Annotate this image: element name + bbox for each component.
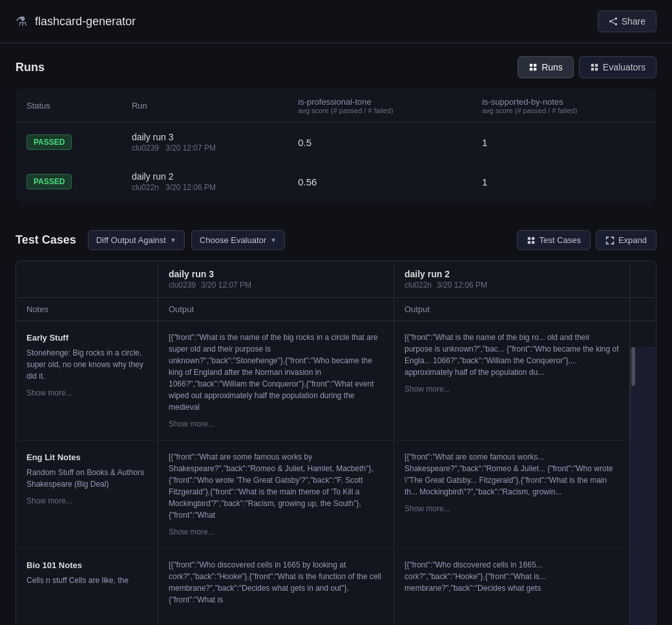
evaluators-tab-icon xyxy=(590,63,599,72)
output1-cell-1: [{"front":"What are some famous works by… xyxy=(158,441,394,548)
expand-icon xyxy=(605,236,614,245)
share-icon xyxy=(609,17,618,26)
col-headers-row: Notes Output Output xyxy=(16,298,656,321)
testcases-grid: daily run 3 clu0239 3/20 12:07 PM daily … xyxy=(16,260,656,625)
svg-rect-6 xyxy=(534,64,536,67)
run-cell: daily run 3 clu0239 3/20 12:07 PM xyxy=(121,123,288,162)
empty-header-cell xyxy=(16,261,158,297)
run-cell: daily run 2 clu022n 3/20 12:06 PM xyxy=(121,162,288,202)
show-more-notes-0[interactable]: Show more... xyxy=(26,387,147,399)
show-more-output1-0[interactable]: Show more... xyxy=(169,418,383,430)
share-button[interactable]: Share xyxy=(598,10,656,32)
col-run: Run xyxy=(121,89,288,123)
col-supported-by-notes: is-supported-by-notes avg score (# passe… xyxy=(472,89,656,123)
output1-cell-0: [{"front":"What is the name of the big r… xyxy=(158,321,394,440)
notes-cell-0: Early Stuff Stonehenge: Big rocks in a c… xyxy=(16,321,158,440)
scrollbar-cell-0 xyxy=(630,321,656,440)
app-header: ⚗ flashcard-generator Share xyxy=(0,0,672,43)
status-cell: PASSED xyxy=(16,123,121,162)
output2-cell-1: [{"front":"What are some famous works...… xyxy=(394,441,630,548)
evaluators-tab[interactable]: Evaluators xyxy=(579,56,656,78)
notes-col-header: Notes xyxy=(16,298,158,321)
run-header-2: daily run 2 clu022n 3/20 12:06 PM xyxy=(394,261,630,297)
score2-cell: 1 xyxy=(472,162,656,202)
output2-cell-2: [{"front":"Who discovered cells in 1665.… xyxy=(394,549,630,625)
show-more-notes-1[interactable]: Show more... xyxy=(26,495,147,507)
chevron-down-icon: ▼ xyxy=(170,237,176,244)
show-more-output2-1[interactable]: Show more... xyxy=(404,503,619,514)
status-badge: PASSED xyxy=(26,174,72,189)
show-more-output2-0[interactable]: Show more... xyxy=(404,383,619,395)
output2-col-header: Output xyxy=(394,298,630,321)
runs-section-header: Runs Runs Evaluators xyxy=(16,56,656,78)
svg-rect-5 xyxy=(530,64,532,67)
run-meta: clu0239 3/20 12:07 PM xyxy=(132,143,277,153)
output1-col-header: Output xyxy=(158,298,394,321)
svg-point-0 xyxy=(614,17,617,20)
test-cases-icon xyxy=(527,236,536,245)
tc-row-2: Bio 101 Notes Cells n stuff Cells are li… xyxy=(16,549,656,625)
svg-line-4 xyxy=(611,22,614,24)
runs-table: Status Run is-professional-tone avg scor… xyxy=(16,89,656,202)
run-meta: clu022n 3/20 12:06 PM xyxy=(132,183,277,192)
tc-row-1: Eng Lit Notes Random Stuff on Books & Au… xyxy=(16,441,656,549)
notes-cell-2: Bio 101 Notes Cells n stuff Cells are li… xyxy=(16,549,158,625)
scroll-header-cell xyxy=(630,261,656,297)
svg-rect-16 xyxy=(531,240,534,243)
output2-cell-0: [{"front":"What is the name of the big r… xyxy=(394,321,630,440)
output1-cell-2: [{"front":"Who discovered cells in 1665 … xyxy=(158,549,394,625)
run-header-1-meta: clu0239 3/20 12:07 PM xyxy=(169,281,383,290)
svg-rect-10 xyxy=(595,64,598,67)
run-header-1: daily run 3 clu0239 3/20 12:07 PM xyxy=(158,261,394,297)
run-headers-row: daily run 3 clu0239 3/20 12:07 PM daily … xyxy=(16,261,656,298)
score2-cell: 1 xyxy=(472,123,656,162)
runs-title: Runs xyxy=(16,61,45,74)
runs-tab-group: Runs Evaluators xyxy=(518,56,656,78)
test-cases-button[interactable]: Test Cases xyxy=(517,230,591,250)
svg-rect-12 xyxy=(595,68,598,70)
app-title: flashcard-generator xyxy=(35,15,136,28)
run-header-2-meta: clu022n 3/20 12:06 PM xyxy=(404,281,619,290)
diff-output-dropdown[interactable]: Diff Output Against ▼ xyxy=(88,230,185,250)
table-row[interactable]: PASSED daily run 2 clu022n 3/20 12:06 PM… xyxy=(16,162,656,202)
testcases-section: Test Cases Diff Output Against ▼ Choose … xyxy=(0,217,672,625)
scrollbar-cell-2 xyxy=(630,549,656,625)
expand-button[interactable]: Expand xyxy=(596,230,656,250)
svg-rect-14 xyxy=(531,237,534,239)
status-badge: PASSED xyxy=(26,134,72,150)
table-row[interactable]: PASSED daily run 3 clu0239 3/20 12:07 PM… xyxy=(16,123,656,162)
col-professional-tone: is-professional-tone avg score (# passed… xyxy=(288,89,472,123)
testcases-actions: Test Cases Expand xyxy=(517,230,656,250)
score1-cell: 0.5 xyxy=(288,123,472,162)
tc-row-0: Early Stuff Stonehenge: Big rocks in a c… xyxy=(16,321,656,441)
scrollbar-cell-1 xyxy=(630,441,656,548)
choose-evaluator-dropdown[interactable]: Choose Evaluator ▼ xyxy=(191,230,285,250)
svg-line-3 xyxy=(611,19,614,21)
show-more-output1-1[interactable]: Show more... xyxy=(169,526,383,538)
svg-rect-13 xyxy=(527,237,530,239)
testcases-title: Test Cases xyxy=(16,233,76,247)
testcases-header: Test Cases Diff Output Against ▼ Choose … xyxy=(16,230,656,250)
runs-table-header-row: Status Run is-professional-tone avg scor… xyxy=(16,89,656,123)
runs-tab[interactable]: Runs xyxy=(518,56,574,78)
svg-point-2 xyxy=(614,23,617,26)
runs-section: Runs Runs Evaluators Status Run xyxy=(0,43,672,202)
svg-rect-8 xyxy=(534,68,536,70)
col-status: Status xyxy=(16,89,121,123)
logo-icon: ⚗ xyxy=(16,14,27,29)
score1-cell: 0.56 xyxy=(288,162,472,202)
scrollbar-col-header xyxy=(630,298,656,321)
runs-tab-icon xyxy=(529,63,538,72)
svg-rect-15 xyxy=(527,240,530,243)
header-left: ⚗ flashcard-generator xyxy=(16,14,136,29)
svg-rect-9 xyxy=(591,64,594,67)
svg-rect-11 xyxy=(591,68,594,70)
chevron-down-icon: ▼ xyxy=(270,237,277,244)
status-cell: PASSED xyxy=(16,162,121,202)
notes-cell-1: Eng Lit Notes Random Stuff on Books & Au… xyxy=(16,441,158,548)
svg-point-1 xyxy=(609,20,612,23)
svg-rect-7 xyxy=(530,68,532,70)
